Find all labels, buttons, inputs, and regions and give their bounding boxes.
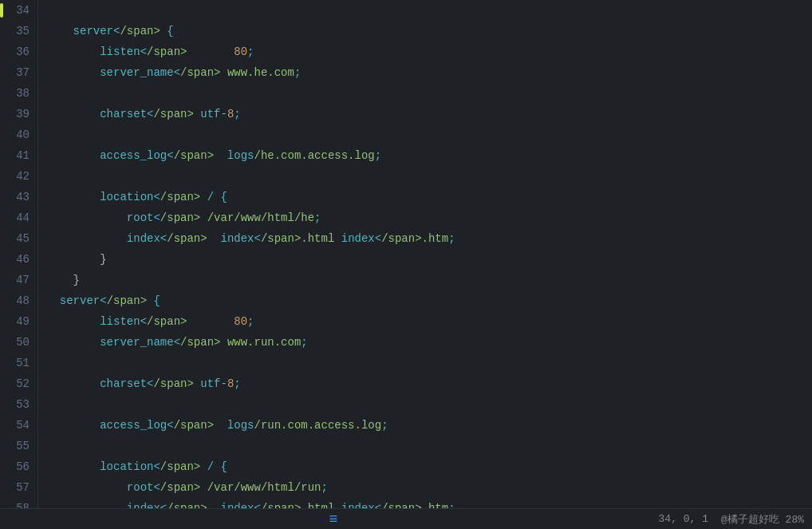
line-number: 53 xyxy=(0,394,37,415)
line-number: 56 xyxy=(0,456,37,477)
line-number: 45 xyxy=(0,228,37,249)
code-area: 3435363738394041424344454647484950515253… xyxy=(0,0,812,508)
line-number: 49 xyxy=(0,311,37,332)
line-number: 48 xyxy=(0,290,37,311)
line-number: 39 xyxy=(0,104,37,124)
line-number: 37 xyxy=(0,62,37,83)
cursor-position: 34, 0, 1 xyxy=(659,513,708,525)
line-number: 35 xyxy=(0,21,37,41)
code-line xyxy=(46,353,812,373)
line-number: 50 xyxy=(0,332,37,353)
line-number: 40 xyxy=(0,124,37,145)
code-line: access_log</span> logs/run.com.access.lo… xyxy=(46,415,812,436)
line-number: 52 xyxy=(0,373,37,394)
line-number: 51 xyxy=(0,353,37,373)
line-number: 43 xyxy=(0,187,37,207)
line-number: 36 xyxy=(0,41,37,62)
status-bar: ≡ 34, 0, 1 @橘子超好吃 28% xyxy=(0,508,812,529)
line-number: 58 xyxy=(0,498,37,508)
code-line: listen</span> 80; xyxy=(46,41,812,62)
status-icon: ≡ xyxy=(329,511,337,527)
code-line xyxy=(46,124,812,145)
line-number: 57 xyxy=(0,477,37,498)
code-line xyxy=(46,0,812,21)
line-number: 46 xyxy=(0,249,37,270)
editor-container: 3435363738394041424344454647484950515253… xyxy=(0,0,812,529)
code-line xyxy=(46,166,812,187)
line-number: 34 xyxy=(0,0,37,21)
code-line: charset</span> utf-8; xyxy=(46,373,812,394)
code-line: server_name</span> www.run.com; xyxy=(46,332,812,353)
line-number: 44 xyxy=(0,207,37,228)
code-line: listen</span> 80; xyxy=(46,311,812,332)
code-content[interactable]: server</span> { listen</span> 80; server… xyxy=(38,0,812,508)
code-line: location</span> / { xyxy=(46,456,812,477)
code-line: server_name</span> www.he.com; xyxy=(46,62,812,83)
code-line xyxy=(46,83,812,104)
code-line: } xyxy=(46,249,812,270)
code-line: server</span> { xyxy=(46,21,812,41)
code-line xyxy=(46,436,812,456)
line-numbers: 3435363738394041424344454647484950515253… xyxy=(0,0,38,508)
line-number: 47 xyxy=(0,270,37,290)
code-line: index</span> index</span>.html index</sp… xyxy=(46,228,812,249)
code-line: index</span> index</span>.html index</sp… xyxy=(46,498,812,508)
line-number: 38 xyxy=(0,83,37,104)
watermark: @橘子超好吃 28% xyxy=(721,512,804,527)
code-line: location</span> / { xyxy=(46,187,812,207)
line-number: 54 xyxy=(0,415,37,436)
line-number: 55 xyxy=(0,436,37,456)
line-number: 42 xyxy=(0,166,37,187)
code-line xyxy=(46,394,812,415)
code-line: access_log</span> logs/he.com.access.log… xyxy=(46,145,812,166)
code-line: } xyxy=(46,270,812,290)
code-line: root</span> /var/www/html/run; xyxy=(46,477,812,498)
code-line: root</span> /var/www/html/he; xyxy=(46,207,812,228)
status-right: 34, 0, 1 @橘子超好吃 28% xyxy=(659,512,804,527)
code-line: charset</span> utf-8; xyxy=(46,104,812,124)
line-number: 41 xyxy=(0,145,37,166)
code-line: server</span> { xyxy=(46,290,812,311)
